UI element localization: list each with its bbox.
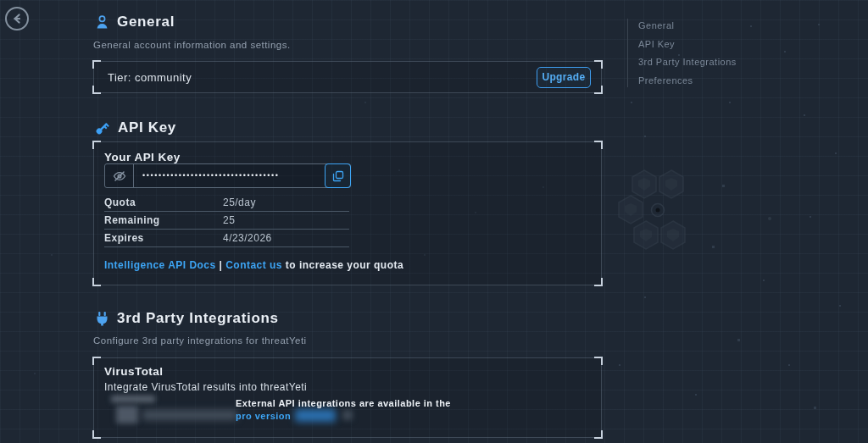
blurred-field-label <box>111 396 155 402</box>
integrations-section-header: 3rd Party Integrations <box>95 310 279 327</box>
sidebar-item-general[interactable]: General <box>638 20 737 30</box>
virustotal-card: VirusTotal Integrate VirusTotal results … <box>93 357 602 438</box>
pro-notice-text: External API integrations are available … <box>236 398 451 408</box>
arrow-left-icon <box>10 12 24 25</box>
pro-version-link[interactable]: pro version <box>236 411 291 421</box>
table-row: Expires 4/23/2026 <box>104 230 349 247</box>
quota-row-label: Quota <box>104 197 223 208</box>
eye-off-icon <box>113 169 126 183</box>
quota-row-label: Expires <box>104 232 223 244</box>
table-row: Quota 25/day <box>104 194 349 212</box>
masked-api-key-value: •••••••••••••••••••••••••••••••••• <box>134 164 326 187</box>
frame-corner <box>92 357 101 365</box>
tier-card: Tier: community Upgrade <box>93 61 602 93</box>
api-key-card-title: Your API Key <box>104 151 591 163</box>
general-section-description: General account information and settings… <box>93 40 291 50</box>
quota-table: Quota 25/day Remaining 25 Expires 4/23/2… <box>104 194 349 247</box>
integrations-section-title: 3rd Party Integrations <box>117 310 279 327</box>
frame-corner <box>594 357 603 365</box>
virustotal-card-description: Integrate VirusTotal results into threat… <box>104 381 307 393</box>
quota-row-value: 25 <box>223 214 235 226</box>
tier-label: Tier: community <box>108 71 192 84</box>
sidebar-item-3rd-party-integrations[interactable]: 3rd Party Integrations <box>638 57 737 67</box>
contact-us-link[interactable]: Contact us <box>225 259 282 271</box>
hexagon-cluster <box>619 170 685 249</box>
blurred-field-icon <box>116 406 138 424</box>
sidebar-item-preferences[interactable]: Preferences <box>638 75 737 86</box>
blurred-field-value <box>142 410 237 420</box>
settings-content: General General account information and … <box>93 0 602 443</box>
key-icon <box>94 120 110 136</box>
frame-corner <box>594 141 603 149</box>
quota-row-value: 25/day <box>223 197 256 208</box>
circuit-traces <box>665 203 771 220</box>
frame-corner <box>92 86 101 94</box>
pro-upgrade-notice: External API integrations are available … <box>236 397 465 423</box>
plug-icon <box>95 311 109 327</box>
upgrade-button[interactable]: Upgrade <box>537 67 591 88</box>
general-section-title: General <box>117 14 175 30</box>
copy-key-button[interactable] <box>325 163 351 188</box>
frame-corner <box>92 141 101 149</box>
integrations-section-description: Configure 3rd party integrations for thr… <box>93 335 307 346</box>
frame-corner <box>594 278 603 286</box>
section-nav: General API Key 3rd Party Integrations P… <box>627 19 737 87</box>
virustotal-card-title: VirusTotal <box>104 365 591 378</box>
table-row: Remaining 25 <box>104 212 349 230</box>
api-key-section-header: API Key <box>94 119 176 136</box>
frame-corner <box>92 278 101 286</box>
frame-corner <box>92 60 101 69</box>
intelligence-api-docs-link[interactable]: Intelligence API Docs <box>104 259 216 271</box>
api-key-card: Your API Key •••••••••••••••••••••••••••… <box>93 141 602 285</box>
frame-corner <box>92 430 101 439</box>
quota-row-label: Remaining <box>104 214 223 226</box>
copy-icon <box>332 170 344 182</box>
back-button[interactable] <box>5 7 29 30</box>
frame-corner <box>594 86 603 94</box>
user-icon <box>95 14 109 30</box>
sidebar-item-api-key[interactable]: API Key <box>638 39 737 49</box>
api-key-field-group: •••••••••••••••••••••••••••••••••• <box>104 163 351 188</box>
general-section-header: General <box>95 14 175 30</box>
quota-row-value: 4/23/2026 <box>223 232 272 244</box>
frame-corner <box>594 430 603 439</box>
frame-corner <box>594 60 603 69</box>
link-separator: | <box>220 259 223 271</box>
quota-links-suffix: to increase your quota <box>286 259 403 271</box>
api-key-section-title: API Key <box>118 119 176 136</box>
reveal-key-button[interactable] <box>105 164 134 187</box>
quota-links-line: Intelligence API Docs | Contact us to in… <box>104 259 403 271</box>
